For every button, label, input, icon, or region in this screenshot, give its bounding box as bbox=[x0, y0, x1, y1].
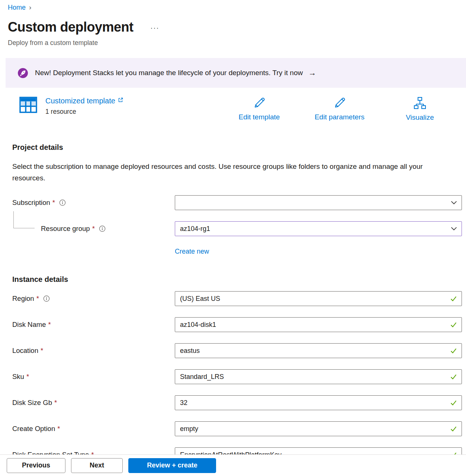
customized-template-link[interactable]: Customized template bbox=[45, 97, 123, 105]
disk-name-label-group: Disk Name * bbox=[0, 321, 175, 329]
field-row-subscription: Subscription * bbox=[0, 195, 462, 210]
field-row-disk-size-gb: Disk Size Gb * bbox=[0, 395, 462, 410]
tree-connector-line bbox=[13, 211, 35, 228]
breadcrumb: Home› bbox=[0, 0, 466, 12]
resource-group-value: az104-rg1 bbox=[180, 225, 210, 233]
disk-size-gb-label-group: Disk Size Gb * bbox=[0, 399, 175, 407]
required-asterisk: * bbox=[36, 295, 39, 303]
required-asterisk: * bbox=[52, 199, 55, 207]
location-input[interactable] bbox=[175, 343, 462, 358]
edit-template-label: Edit template bbox=[239, 113, 280, 121]
valid-check-icon bbox=[450, 347, 457, 354]
template-resource-count: 1 resource bbox=[45, 108, 123, 116]
banner-message[interactable]: New! Deployment Stacks let you manage th… bbox=[35, 69, 303, 77]
location-label-group: Location * bbox=[0, 347, 175, 355]
breadcrumb-home-link[interactable]: Home bbox=[8, 4, 26, 11]
subscription-dropdown[interactable] bbox=[175, 195, 462, 210]
chevron-down-icon bbox=[451, 200, 457, 206]
required-asterisk: * bbox=[54, 399, 57, 407]
location-label: Location bbox=[12, 347, 38, 355]
subscription-label: Subscription bbox=[12, 199, 50, 207]
instance-details-heading: Instance details bbox=[12, 275, 466, 284]
next-button[interactable]: Next bbox=[71, 458, 123, 473]
template-name: Customized template bbox=[45, 97, 115, 105]
sku-input[interactable] bbox=[175, 369, 462, 384]
field-row-region: Region * bbox=[0, 291, 462, 306]
visualize-label: Visualize bbox=[406, 113, 434, 122]
review-create-button[interactable]: Review + create bbox=[128, 458, 216, 473]
disk-size-gb-input[interactable] bbox=[175, 395, 462, 410]
valid-check-icon bbox=[450, 321, 457, 328]
create-new-row: Create new bbox=[175, 247, 466, 255]
breadcrumb-separator: › bbox=[29, 3, 31, 11]
chevron-down-icon bbox=[451, 226, 457, 232]
footer-action-bar: Previous Next Review + create bbox=[0, 454, 466, 476]
page-subtitle: Deploy from a custom template bbox=[8, 39, 466, 47]
field-row-resource-group: Resource group * az104-rg1 bbox=[0, 221, 462, 236]
required-asterisk: * bbox=[41, 347, 43, 355]
disk-size-gb-label: Disk Size Gb bbox=[12, 399, 52, 407]
region-label-group: Region * bbox=[0, 295, 175, 303]
resource-group-label: Resource group bbox=[41, 225, 90, 233]
field-row-location: Location * bbox=[0, 343, 462, 358]
template-summary-row: Customized template 1 resource Edit temp… bbox=[0, 96, 466, 127]
project-details-description: Select the subscription to manage deploy… bbox=[12, 161, 442, 184]
valid-check-icon bbox=[450, 373, 457, 380]
subscription-label-group: Subscription * bbox=[0, 199, 175, 207]
previous-button[interactable]: Previous bbox=[7, 458, 65, 473]
create-option-label: Create Option bbox=[12, 425, 55, 433]
info-icon[interactable] bbox=[43, 295, 50, 302]
pencil-icon bbox=[253, 96, 266, 111]
field-row-disk-name: Disk Name * bbox=[0, 317, 462, 332]
sku-label: Sku bbox=[12, 373, 24, 381]
valid-check-icon bbox=[450, 399, 457, 406]
field-row-sku: Sku * bbox=[0, 369, 462, 384]
disk-name-input[interactable] bbox=[175, 317, 462, 332]
required-asterisk: * bbox=[48, 321, 51, 329]
required-asterisk: * bbox=[26, 373, 29, 381]
page-title: Custom deployment bbox=[8, 19, 134, 35]
sku-label-group: Sku * bbox=[0, 373, 175, 381]
project-details-heading: Project details bbox=[12, 143, 466, 152]
region-input[interactable] bbox=[175, 291, 462, 306]
visualize-button[interactable]: Visualize bbox=[380, 96, 460, 122]
edit-template-button[interactable]: Edit template bbox=[219, 96, 299, 122]
info-icon[interactable] bbox=[59, 199, 66, 206]
create-option-label-group: Create Option * bbox=[0, 425, 175, 433]
region-label: Region bbox=[12, 295, 34, 303]
valid-check-icon bbox=[450, 295, 457, 302]
more-menu-button[interactable]: ··· bbox=[151, 23, 160, 32]
resource-group-dropdown[interactable]: az104-rg1 bbox=[175, 221, 462, 236]
deployment-stacks-banner: New! Deployment Stacks let you manage th… bbox=[6, 58, 466, 88]
info-icon[interactable] bbox=[99, 225, 106, 232]
external-link-icon bbox=[118, 97, 123, 103]
edit-parameters-button[interactable]: Edit parameters bbox=[299, 96, 380, 122]
rocket-icon bbox=[18, 68, 28, 78]
required-asterisk: * bbox=[92, 225, 95, 233]
field-row-create-option: Create Option * bbox=[0, 421, 462, 436]
template-icon bbox=[19, 97, 37, 113]
create-new-link[interactable]: Create new bbox=[175, 248, 209, 255]
edit-parameters-label: Edit parameters bbox=[315, 113, 364, 121]
disk-name-label: Disk Name bbox=[12, 321, 46, 329]
create-option-input[interactable] bbox=[175, 421, 462, 436]
required-asterisk: * bbox=[57, 425, 60, 433]
banner-arrow-icon[interactable]: → bbox=[308, 68, 316, 77]
pencil-icon bbox=[333, 96, 347, 111]
visualize-icon bbox=[413, 96, 427, 112]
valid-check-icon bbox=[450, 425, 457, 432]
